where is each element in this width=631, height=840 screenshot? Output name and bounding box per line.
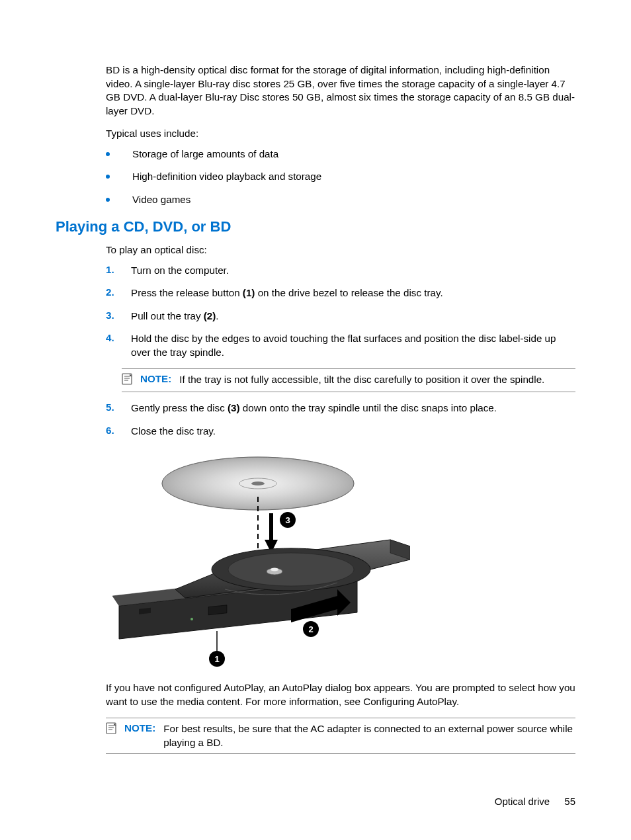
list-item: 3. Pull out the tray (2).	[106, 310, 575, 323]
list-item: 2. Press the release button (1) on the d…	[106, 286, 575, 300]
intro-paragraph: BD is a high-density optical disc format…	[106, 63, 575, 118]
step-text: Hold the disc by the edges to avoid touc…	[131, 332, 575, 359]
list-item: 1. Turn on the computer.	[106, 264, 575, 278]
play-intro: To play an optical disc:	[106, 243, 575, 257]
section-heading: Playing a CD, DVD, or BD	[56, 218, 575, 235]
page-footer: Optical drive 55	[495, 796, 575, 807]
list-item: High-definition video playback and stora…	[106, 170, 575, 184]
list-item: 6. Close the disc tray.	[106, 425, 575, 439]
note-text: If the tray is not fully accessible, til…	[179, 373, 575, 387]
note-text: For best results, be sure that the AC ad…	[163, 722, 575, 749]
list-item: 5. Gently press the disc (3) down onto t…	[106, 401, 575, 415]
step-number: 6.	[106, 425, 131, 436]
bullet-icon	[106, 152, 110, 156]
step-text: Turn on the computer.	[131, 264, 575, 278]
svg-text:2: 2	[308, 624, 313, 634]
step-number: 4.	[106, 332, 131, 343]
note-label: NOTE:	[140, 373, 171, 384]
note-icon	[106, 722, 120, 737]
bullet-icon	[106, 175, 110, 179]
list-item: Video games	[106, 193, 575, 207]
disc-drive-figure: 3	[106, 447, 575, 672]
bullet-icon	[106, 198, 110, 202]
step-text: Pull out the tray (2).	[131, 310, 575, 323]
svg-point-21	[190, 618, 193, 620]
bullet-list: Storage of large amounts of data High-de…	[106, 147, 575, 207]
svg-point-19	[271, 568, 278, 571]
content-area: BD is a high-density optical disc format…	[56, 63, 575, 754]
document-page: BD is a high-density optical disc format…	[0, 0, 631, 840]
note-box: NOTE: For best results, be sure that the…	[106, 718, 575, 754]
uses-intro: Typical uses include:	[106, 127, 575, 141]
bullet-text: High-definition video playback and stora…	[132, 170, 321, 184]
list-item: Storage of large amounts of data	[106, 147, 575, 161]
footer-section-name: Optical drive	[495, 796, 550, 807]
note-icon	[122, 373, 136, 388]
bullet-text: Video games	[132, 193, 190, 207]
svg-text:1: 1	[214, 654, 219, 664]
list-item: 4. Hold the disc by the edges to avoid t…	[106, 332, 575, 359]
ordered-list-continued: 5. Gently press the disc (3) down onto t…	[106, 401, 575, 438]
svg-point-7	[251, 482, 265, 485]
step-text: Close the disc tray.	[131, 425, 575, 439]
footer-page-number: 55	[564, 796, 575, 807]
step-text: Gently press the disc (3) down onto the …	[131, 401, 575, 415]
autoplay-paragraph: If you have not configured AutoPlay, an …	[106, 681, 575, 708]
bullet-text: Storage of large amounts of data	[132, 147, 278, 161]
svg-point-17	[228, 553, 354, 586]
step-number: 5.	[106, 401, 131, 413]
note-box: NOTE: If the tray is not fully accessibl…	[122, 368, 575, 392]
ordered-list: 1. Turn on the computer. 2. Press the re…	[106, 264, 575, 360]
note-label: NOTE:	[124, 722, 155, 734]
svg-text:3: 3	[285, 515, 290, 525]
step-number: 2.	[106, 286, 131, 298]
step-number: 3.	[106, 310, 131, 321]
step-number: 1.	[106, 264, 131, 275]
step-text: Press the release button (1) on the driv…	[131, 286, 575, 300]
